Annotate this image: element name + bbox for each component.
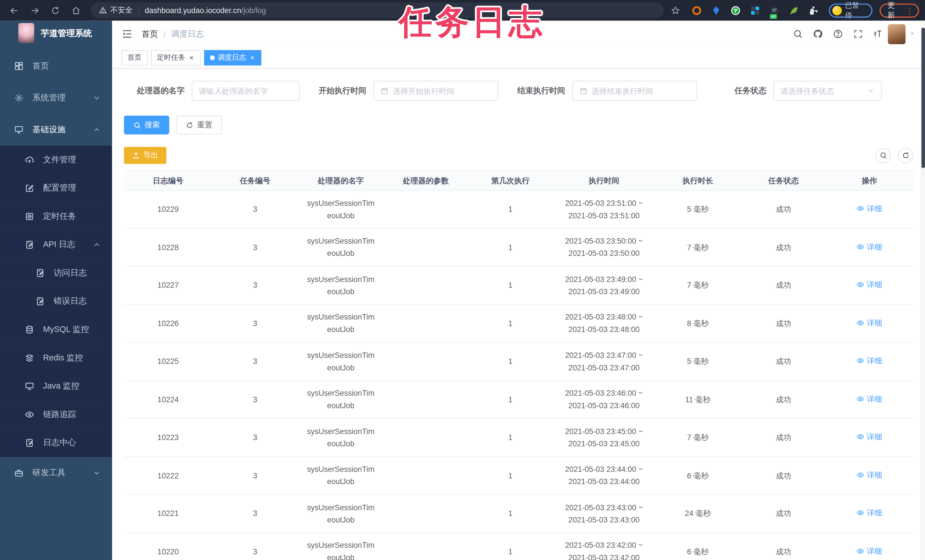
page-content: 处理器的名字开始执行时间结束执行时间任务状态 搜索 重置 导出 <box>112 69 925 560</box>
browser-menu-icon[interactable]: ⋮ <box>905 6 914 15</box>
handler-name-input[interactable] <box>199 86 292 95</box>
cell-handler: sysUserSessionTimeoutJob <box>298 311 384 336</box>
detail-label: 详细 <box>867 317 882 329</box>
github-icon[interactable] <box>813 29 823 39</box>
log-table: 日志编号任务编号处理器的名字处理器的参数第几次执行执行时间执行时长任务状态操作 … <box>124 170 913 560</box>
cell-status: 成功 <box>741 393 826 406</box>
sidebar-item-access-log[interactable]: 访问日志 <box>0 259 112 288</box>
detail-link[interactable]: 详细 <box>857 545 882 557</box>
breadcrumb-home[interactable]: 首页 <box>142 29 158 39</box>
cell-duration: 7 毫秒 <box>655 241 741 254</box>
home-icon[interactable] <box>68 2 84 18</box>
logo-image <box>18 23 34 43</box>
arrow-left-icon[interactable] <box>6 2 22 18</box>
cell-handler: sysUserSessionTimeoutJob <box>298 387 384 412</box>
fullscreen-icon[interactable] <box>853 29 863 39</box>
sidebar-item-home[interactable]: 首页 <box>0 50 112 82</box>
sidebar-item-label: MySQL 监控 <box>43 324 112 335</box>
sidebar-item-infrastructure[interactable]: 基础设施 <box>0 114 112 146</box>
detail-link[interactable]: 详细 <box>857 431 882 443</box>
edit-icon <box>25 183 35 193</box>
detail-link[interactable]: 详细 <box>857 393 882 405</box>
ext-green-leaf-icon[interactable] <box>788 5 800 16</box>
sidebar-item-mysql-monitor[interactable]: MySQL 监控 <box>0 316 112 344</box>
export-button[interactable]: 导出 <box>124 147 166 164</box>
address-bar[interactable]: 不安全 dashboard.yudao.iocoder.cn/job/log <box>91 2 664 18</box>
column-header: 处理器的名字 <box>298 174 384 187</box>
detail-link[interactable]: 详细 <box>857 278 882 291</box>
question-icon[interactable] <box>833 29 843 39</box>
search-button[interactable]: 搜索 <box>124 116 169 134</box>
cell-status: 成功 <box>741 355 826 367</box>
profile-paused-chip[interactable]: 已暂停 <box>829 3 873 17</box>
cell-duration: 24 毫秒 <box>655 507 741 520</box>
table-row: 102233sysUserSessionTimeoutJob12021-05-0… <box>124 419 913 457</box>
sidebar-item-file-management[interactable]: 文件管理 <box>0 146 112 174</box>
sidebar-item-scheduled-jobs[interactable]: 定时任务 <box>0 202 112 231</box>
tab-close-icon[interactable]: × <box>188 53 195 62</box>
tab-close-icon[interactable]: × <box>249 53 256 62</box>
scrollbar-thumb[interactable] <box>922 28 925 168</box>
textsize-icon[interactable] <box>873 29 883 39</box>
sidebar-item-error-log[interactable]: 错误日志 <box>0 287 112 316</box>
ext-puzzle-blue-icon[interactable] <box>749 5 761 16</box>
ext-puzzle-white-icon[interactable] <box>807 5 819 16</box>
ext-orange-circle-icon[interactable] <box>691 5 703 16</box>
end-time-input[interactable] <box>592 86 690 95</box>
cell-status: 成功 <box>741 507 826 520</box>
user-avatar[interactable] <box>888 24 905 44</box>
detail-link[interactable]: 详细 <box>857 507 882 519</box>
sidebar-item-label: 系统管理 <box>32 93 93 103</box>
cell-action: 详细 <box>826 278 913 292</box>
sidebar-item-config-management[interactable]: 配置管理 <box>0 174 112 202</box>
sidebar-item-label: 错误日志 <box>54 296 112 306</box>
reset-button[interactable]: 重置 <box>176 116 222 134</box>
job-status-select[interactable] <box>780 86 862 95</box>
sidebar-item-system[interactable]: 系统管理 <box>0 82 112 114</box>
detail-link[interactable]: 详细 <box>857 241 882 253</box>
search-icon[interactable] <box>793 29 803 39</box>
detail-link[interactable]: 详细 <box>857 202 882 215</box>
app-logo[interactable]: 芋道管理系统 <box>0 21 112 45</box>
bookmark-star-icon[interactable] <box>671 6 680 15</box>
cell-time: 2021-05-03 23:42:00 ~2021-05-03 23:42:00 <box>553 539 655 560</box>
cell-task-id: 3 <box>212 507 298 520</box>
sidebar-item-dev-tools[interactable]: 研发工具 <box>0 457 112 489</box>
cell-time: 2021-05-03 23:51:00 ~2021-05-03 23:51:00 <box>553 197 655 221</box>
refresh-button[interactable] <box>898 148 913 163</box>
cell-status: 成功 <box>741 469 826 482</box>
chevron-up-icon <box>93 241 100 248</box>
ext-blue-pin-icon[interactable] <box>710 5 722 16</box>
detail-link[interactable]: 详细 <box>857 317 882 329</box>
tab-定时任务[interactable]: 定时任务× <box>151 50 200 65</box>
start-time-input[interactable] <box>393 86 491 95</box>
ext-green-y-icon[interactable] <box>730 5 741 16</box>
cell-task-id: 3 <box>212 545 298 558</box>
toggle-search-button[interactable] <box>875 148 891 163</box>
sidebar-fold-icon[interactable] <box>121 29 133 39</box>
sidebar-item-java-monitor[interactable]: Java 监控 <box>0 372 112 400</box>
detail-link[interactable]: 详细 <box>857 354 882 367</box>
browser-update-button[interactable]: 更新 ⋮ <box>880 3 919 17</box>
detail-link[interactable]: 详细 <box>857 469 882 481</box>
filter-label: 开始执行时间 <box>318 86 366 96</box>
detail-label: 详细 <box>867 354 882 367</box>
arrow-right-icon[interactable] <box>26 2 42 18</box>
sidebar-item-log-center[interactable]: 日志中心 <box>0 429 112 457</box>
sidebar-item-redis-monitor[interactable]: Redis 监控 <box>0 344 112 372</box>
cell-log-id: 10222 <box>124 469 212 482</box>
security-label: 不安全 <box>110 5 133 15</box>
cell-action: 详细 <box>826 393 913 406</box>
page-scrollbar[interactable] <box>921 21 925 560</box>
tab-首页[interactable]: 首页 <box>121 50 147 65</box>
avatar-caret-down-icon[interactable] <box>909 31 916 37</box>
sidebar-item-trace[interactable]: 链路追踪 <box>0 400 112 429</box>
update-label: 更新 <box>887 0 901 21</box>
reload-icon[interactable] <box>47 2 63 18</box>
log-icon <box>25 438 35 447</box>
cell-handler: sysUserSessionTimeoutJob <box>298 539 384 560</box>
ext-dark-on-icon[interactable]: on <box>768 5 780 16</box>
table-row: 102213sysUserSessionTimeoutJob12021-05-0… <box>124 495 913 533</box>
sidebar-item-api-log[interactable]: API 日志 <box>0 230 112 259</box>
tab-调度日志[interactable]: 调度日志× <box>204 50 261 65</box>
